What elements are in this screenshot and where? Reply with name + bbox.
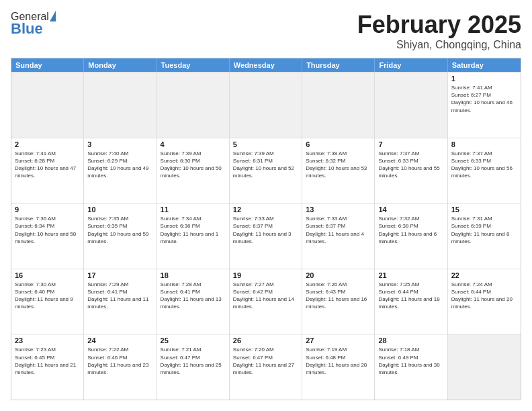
calendar-cell [375, 73, 447, 138]
cell-info: Sunrise: 7:33 AM Sunset: 6:37 PM Dayligh… [306, 215, 371, 245]
calendar: SundayMondayTuesdayWednesdayThursdayFrid… [11, 58, 521, 400]
cell-info: Sunrise: 7:18 AM Sunset: 6:49 PM Dayligh… [378, 346, 443, 376]
day-number: 25 [161, 336, 226, 345]
sub-title: Shiyan, Chongqing, China [357, 39, 521, 51]
day-number: 7 [378, 140, 443, 148]
day-number: 13 [306, 205, 371, 214]
calendar-cell [230, 73, 302, 138]
day-number: 10 [87, 205, 152, 214]
calendar-row: 2Sunrise: 7:41 AM Sunset: 6:28 PM Daylig… [11, 138, 521, 203]
cell-info: Sunrise: 7:28 AM Sunset: 6:41 PM Dayligh… [161, 281, 226, 311]
day-number: 22 [451, 271, 517, 279]
calendar-row: 1Sunrise: 7:41 AM Sunset: 6:27 PM Daylig… [11, 72, 521, 138]
day-number: 6 [306, 140, 371, 148]
calendar-cell [11, 73, 84, 138]
cell-info: Sunrise: 7:37 AM Sunset: 6:33 PM Dayligh… [378, 150, 443, 180]
cell-info: Sunrise: 7:22 AM Sunset: 6:46 PM Dayligh… [87, 346, 152, 376]
calendar-cell: 15Sunrise: 7:31 AM Sunset: 6:39 PM Dayli… [448, 203, 521, 269]
day-number: 15 [451, 205, 517, 214]
main-title: February 2025 [357, 11, 521, 39]
calendar-cell: 27Sunrise: 7:19 AM Sunset: 6:48 PM Dayli… [302, 334, 375, 400]
cell-info: Sunrise: 7:25 AM Sunset: 6:44 PM Dayligh… [378, 281, 443, 311]
cell-info: Sunrise: 7:33 AM Sunset: 6:37 PM Dayligh… [233, 215, 298, 245]
calendar-cell: 6Sunrise: 7:38 AM Sunset: 6:32 PM Daylig… [302, 138, 375, 203]
day-number: 8 [451, 140, 517, 148]
day-number: 3 [87, 140, 152, 148]
calendar-cell: 16Sunrise: 7:30 AM Sunset: 6:40 PM Dayli… [11, 269, 84, 334]
day-number: 1 [451, 75, 517, 83]
day-number: 20 [306, 271, 371, 279]
calendar-header-cell: Monday [84, 58, 157, 72]
logo-triangle-icon [50, 11, 56, 21]
cell-info: Sunrise: 7:31 AM Sunset: 6:39 PM Dayligh… [451, 215, 517, 245]
day-number: 14 [378, 205, 443, 214]
header: General Blue February 2025 Shiyan, Chong… [11, 11, 521, 51]
calendar-header-cell: Friday [375, 58, 447, 72]
cell-info: Sunrise: 7:23 AM Sunset: 6:45 PM Dayligh… [15, 346, 80, 376]
day-number: 26 [233, 336, 298, 345]
calendar-cell: 8Sunrise: 7:37 AM Sunset: 6:33 PM Daylig… [448, 138, 521, 203]
cell-info: Sunrise: 7:35 AM Sunset: 6:35 PM Dayligh… [87, 215, 152, 245]
day-number: 5 [233, 140, 298, 148]
calendar-cell: 5Sunrise: 7:39 AM Sunset: 6:31 PM Daylig… [230, 138, 302, 203]
calendar-cell: 21Sunrise: 7:25 AM Sunset: 6:44 PM Dayli… [375, 269, 447, 334]
calendar-cell [302, 73, 375, 138]
cell-info: Sunrise: 7:39 AM Sunset: 6:31 PM Dayligh… [233, 150, 298, 180]
day-number: 19 [233, 271, 298, 279]
day-number: 18 [161, 271, 226, 279]
cell-info: Sunrise: 7:41 AM Sunset: 6:27 PM Dayligh… [451, 84, 517, 114]
calendar-header-cell: Wednesday [230, 58, 302, 72]
cell-info: Sunrise: 7:40 AM Sunset: 6:29 PM Dayligh… [87, 150, 152, 180]
calendar-cell: 23Sunrise: 7:23 AM Sunset: 6:45 PM Dayli… [11, 334, 84, 400]
cell-info: Sunrise: 7:20 AM Sunset: 6:47 PM Dayligh… [233, 346, 298, 376]
calendar-cell: 4Sunrise: 7:39 AM Sunset: 6:30 PM Daylig… [157, 138, 230, 203]
calendar-cell: 3Sunrise: 7:40 AM Sunset: 6:29 PM Daylig… [84, 138, 157, 203]
title-block: February 2025 Shiyan, Chongqing, China [357, 11, 521, 51]
calendar-header: SundayMondayTuesdayWednesdayThursdayFrid… [11, 58, 521, 72]
day-number: 23 [15, 336, 80, 345]
cell-info: Sunrise: 7:32 AM Sunset: 6:38 PM Dayligh… [378, 215, 443, 245]
day-number: 21 [378, 271, 443, 279]
calendar-cell: 9Sunrise: 7:36 AM Sunset: 6:34 PM Daylig… [11, 203, 84, 269]
cell-info: Sunrise: 7:38 AM Sunset: 6:32 PM Dayligh… [306, 150, 371, 180]
cell-info: Sunrise: 7:29 AM Sunset: 6:41 PM Dayligh… [87, 281, 152, 311]
calendar-header-cell: Thursday [302, 58, 375, 72]
cell-info: Sunrise: 7:36 AM Sunset: 6:34 PM Dayligh… [15, 215, 80, 245]
calendar-body: 1Sunrise: 7:41 AM Sunset: 6:27 PM Daylig… [11, 72, 521, 400]
day-number: 12 [233, 205, 298, 214]
calendar-cell: 26Sunrise: 7:20 AM Sunset: 6:47 PM Dayli… [230, 334, 302, 400]
calendar-cell: 19Sunrise: 7:27 AM Sunset: 6:42 PM Dayli… [230, 269, 302, 334]
page: General Blue February 2025 Shiyan, Chong… [0, 0, 532, 411]
calendar-row: 23Sunrise: 7:23 AM Sunset: 6:45 PM Dayli… [11, 334, 521, 400]
day-number: 11 [161, 205, 226, 214]
cell-info: Sunrise: 7:21 AM Sunset: 6:47 PM Dayligh… [161, 346, 226, 376]
calendar-cell: 7Sunrise: 7:37 AM Sunset: 6:33 PM Daylig… [375, 138, 447, 203]
cell-info: Sunrise: 7:27 AM Sunset: 6:42 PM Dayligh… [233, 281, 298, 311]
calendar-cell: 2Sunrise: 7:41 AM Sunset: 6:28 PM Daylig… [11, 138, 84, 203]
calendar-cell: 28Sunrise: 7:18 AM Sunset: 6:49 PM Dayli… [375, 334, 447, 400]
calendar-row: 9Sunrise: 7:36 AM Sunset: 6:34 PM Daylig… [11, 203, 521, 269]
calendar-cell: 25Sunrise: 7:21 AM Sunset: 6:47 PM Dayli… [157, 334, 230, 400]
calendar-cell: 11Sunrise: 7:34 AM Sunset: 6:36 PM Dayli… [157, 203, 230, 269]
cell-info: Sunrise: 7:30 AM Sunset: 6:40 PM Dayligh… [15, 281, 80, 311]
calendar-cell: 10Sunrise: 7:35 AM Sunset: 6:35 PM Dayli… [84, 203, 157, 269]
cell-info: Sunrise: 7:39 AM Sunset: 6:30 PM Dayligh… [161, 150, 226, 180]
calendar-cell: 13Sunrise: 7:33 AM Sunset: 6:37 PM Dayli… [302, 203, 375, 269]
calendar-row: 16Sunrise: 7:30 AM Sunset: 6:40 PM Dayli… [11, 269, 521, 334]
calendar-header-cell: Tuesday [157, 58, 230, 72]
calendar-header-cell: Sunday [11, 58, 84, 72]
calendar-cell [157, 73, 230, 138]
cell-info: Sunrise: 7:19 AM Sunset: 6:48 PM Dayligh… [306, 346, 371, 376]
logo-blue-text: Blue [11, 20, 43, 38]
calendar-cell: 12Sunrise: 7:33 AM Sunset: 6:37 PM Dayli… [230, 203, 302, 269]
cell-info: Sunrise: 7:34 AM Sunset: 6:36 PM Dayligh… [161, 215, 226, 245]
calendar-cell: 17Sunrise: 7:29 AM Sunset: 6:41 PM Dayli… [84, 269, 157, 334]
calendar-cell [84, 73, 157, 138]
cell-info: Sunrise: 7:41 AM Sunset: 6:28 PM Dayligh… [15, 150, 80, 180]
calendar-cell: 20Sunrise: 7:26 AM Sunset: 6:43 PM Dayli… [302, 269, 375, 334]
calendar-cell: 1Sunrise: 7:41 AM Sunset: 6:27 PM Daylig… [448, 73, 521, 138]
day-number: 24 [87, 336, 152, 345]
day-number: 28 [378, 336, 443, 345]
calendar-cell: 14Sunrise: 7:32 AM Sunset: 6:38 PM Dayli… [375, 203, 447, 269]
day-number: 27 [306, 336, 371, 345]
